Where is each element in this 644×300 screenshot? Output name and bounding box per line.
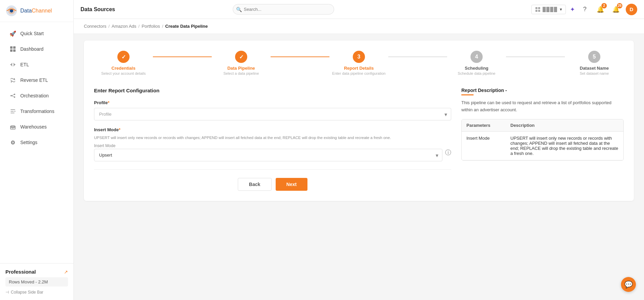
sidebar-item-label: Reverse ETL xyxy=(20,77,48,83)
svg-point-9 xyxy=(14,96,15,98)
step-3-sublabel: Enter data pipeline configuration xyxy=(332,71,386,75)
step-dataset-name: 5 Dataset Name Set dataset name xyxy=(565,51,624,75)
chat-icon: 💬 xyxy=(624,280,633,289)
svg-rect-6 xyxy=(13,49,16,52)
profile-select-wrapper: Profile ▾ xyxy=(94,108,451,120)
breadcrumb: Connectors / Amazon Ads / Portfolios / C… xyxy=(74,19,644,34)
help-button[interactable]: ? xyxy=(579,4,591,15)
profile-select[interactable]: Profile xyxy=(94,108,451,120)
alerts-button[interactable]: 🔔 26 xyxy=(610,4,622,15)
param-name: Insert Mode xyxy=(462,131,506,160)
rows-moved: Rows Moved - 2.2M xyxy=(5,277,68,286)
params-table-container: Parameters Description Insert Mode UPSER… xyxy=(461,119,624,161)
profile-group: Profile* Profile ▾ xyxy=(94,100,451,120)
collapse-sidebar-button[interactable]: ⊣ Collapse Side Bar xyxy=(5,290,68,295)
svg-line-10 xyxy=(12,95,14,96)
steps-container: ✓ Credentials Select your account detail… xyxy=(94,51,624,75)
help-icon: ? xyxy=(583,6,586,13)
params-header-parameters: Parameters xyxy=(462,119,506,132)
chat-bubble[interactable]: 💬 xyxy=(621,277,636,292)
sidebar-item-label: Settings xyxy=(20,140,38,145)
step-2-circle: ✓ xyxy=(235,51,247,63)
svg-rect-17 xyxy=(535,7,537,9)
sidebar-item-quick-start[interactable]: 🚀 Quick Start xyxy=(3,26,71,41)
info-icon[interactable]: ⓘ xyxy=(445,148,451,157)
connector-2 xyxy=(271,56,329,57)
sidebar-item-warehouses[interactable]: Warehouses xyxy=(3,119,71,134)
sidebar-item-etl[interactable]: ETL xyxy=(3,57,71,72)
svg-line-11 xyxy=(12,96,14,97)
step-report-details: 3 Report Details Enter data pipeline con… xyxy=(329,51,388,75)
orchestration-icon xyxy=(9,92,16,99)
step-credentials: ✓ Credentials Select your account detail… xyxy=(94,51,153,75)
svg-marker-12 xyxy=(15,111,16,112)
sidebar-item-label: Quick Start xyxy=(20,31,44,36)
params-header-description: Description xyxy=(506,119,623,132)
table-row: Insert Mode UPSERT will insert only new … xyxy=(462,131,623,160)
sidebar-item-label: Dashboard xyxy=(20,46,44,52)
breadcrumb-amazon-ads[interactable]: Amazon Ads xyxy=(112,24,136,29)
transformations-icon xyxy=(9,108,16,115)
sidebar-item-transformations[interactable]: Transformations xyxy=(3,104,71,119)
insert-mode-select-wrapper: Insert Mode Upsert Append Replace ▾ xyxy=(94,143,442,161)
insert-mode-dropdown-wrapper: Upsert Append Replace ▾ xyxy=(94,149,442,161)
insert-mode-select[interactable]: Upsert Append Replace xyxy=(94,149,442,161)
notification-badge: 2 xyxy=(601,3,607,8)
svg-point-7 xyxy=(10,95,12,96)
step-1-sublabel: Select your account details xyxy=(101,71,145,75)
sidebar: DataChannel 🚀 Quick Start Dashboard ETL … xyxy=(0,0,74,300)
sidebar-item-reverse-etl[interactable]: Reverse ETL xyxy=(3,73,71,88)
sidebar-item-orchestration[interactable]: Orchestration xyxy=(3,88,71,103)
logo-text: DataChannel xyxy=(20,8,52,14)
collapse-label: Collapse Side Bar xyxy=(11,290,43,295)
param-description: UPSERT will insert only new records or r… xyxy=(506,131,623,160)
ai-icon[interactable]: ✦ xyxy=(570,6,575,13)
step-3-circle: 3 xyxy=(353,51,365,63)
params-table: Parameters Description Insert Mode UPSER… xyxy=(462,119,623,160)
sidebar-item-label: Orchestration xyxy=(20,93,49,98)
sidebar-item-dashboard[interactable]: Dashboard xyxy=(3,42,71,56)
alert-badge: 26 xyxy=(617,3,622,8)
page-title: Data Sources xyxy=(80,6,131,13)
search-area: 🔍 xyxy=(233,4,334,15)
svg-point-2 xyxy=(10,9,13,13)
content-area: Connectors / Amazon Ads / Portfolios / C… xyxy=(74,19,644,300)
sidebar-item-settings[interactable]: ⚙ Settings xyxy=(3,135,71,150)
svg-rect-4 xyxy=(13,46,16,49)
svg-point-8 xyxy=(14,94,15,95)
step-1-circle: ✓ xyxy=(117,51,130,63)
main-area: Data Sources 🔍 ████ ▾ ✦ ? 🔔 2 🔔 xyxy=(74,0,644,300)
report-desc-accent xyxy=(461,94,474,95)
chevron-down-icon: ▾ xyxy=(560,7,562,12)
logo-icon xyxy=(5,5,18,17)
plan-name: Professional xyxy=(5,269,36,275)
search-icon: 🔍 xyxy=(236,7,242,12)
notifications-button[interactable]: 🔔 2 xyxy=(595,4,606,15)
breadcrumb-portfolios[interactable]: Portfolios xyxy=(142,24,160,29)
user-avatar[interactable]: D xyxy=(626,4,637,15)
report-desc-title: Report Description - xyxy=(461,88,624,93)
step-4-circle: 4 xyxy=(470,51,483,63)
back-button[interactable]: Back xyxy=(238,178,271,191)
form-layout: Enter Report Configuration Profile* Prof… xyxy=(94,88,624,191)
sidebar-footer: Professional ↗ Rows Moved - 2.2M ⊣ Colla… xyxy=(0,263,73,300)
insert-mode-field-label: Insert Mode xyxy=(94,143,442,148)
svg-rect-20 xyxy=(538,10,540,12)
plan-link-icon[interactable]: ↗ xyxy=(64,269,68,275)
svg-rect-18 xyxy=(538,7,540,9)
step-4-label: Scheduling xyxy=(465,66,488,71)
breadcrumb-connectors[interactable]: Connectors xyxy=(84,24,106,29)
insert-mode-hint: UPSERT will insert only new records or r… xyxy=(94,135,451,141)
workspace-selector[interactable]: ████ ▾ xyxy=(531,5,566,14)
form-section-title: Enter Report Configuration xyxy=(94,88,451,93)
insert-mode-group: Insert Mode* UPSERT will insert only new… xyxy=(94,127,451,161)
next-button[interactable]: Next xyxy=(276,178,307,191)
topbar: Data Sources 🔍 ████ ▾ ✦ ? 🔔 2 🔔 xyxy=(74,0,644,19)
step-5-circle: 5 xyxy=(588,51,600,63)
search-input[interactable] xyxy=(233,4,334,15)
topbar-right: ████ ▾ ✦ ? 🔔 2 🔔 26 D xyxy=(531,4,637,15)
sidebar-item-label: ETL xyxy=(20,62,29,67)
step-2-label: Data Pipeline xyxy=(227,66,255,71)
step-5-label: Dataset Name xyxy=(580,66,609,71)
step-5-sublabel: Set dataset name xyxy=(580,71,609,75)
